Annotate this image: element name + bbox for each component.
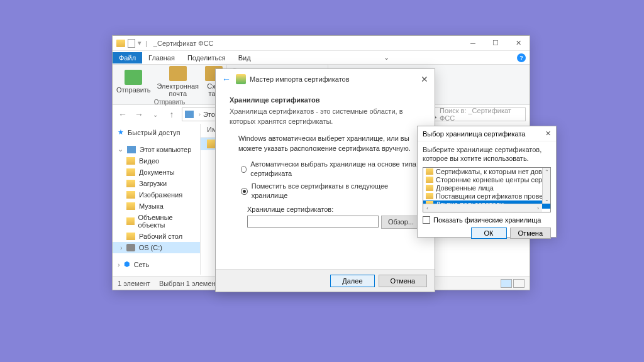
wizard-icon [236, 74, 246, 84]
scroll-up-icon[interactable]: ⌃ [543, 168, 551, 176]
sidebar-videos[interactable]: Видео [113, 155, 200, 167]
star-icon: ★ [118, 128, 124, 136]
view-details-icon[interactable] [501, 279, 512, 288]
status-count: 1 элемент [118, 280, 150, 287]
wizard-body: Хранилище сертификатов Хранилища сертифи… [216, 89, 435, 235]
close-button[interactable]: ✕ [421, 74, 428, 84]
store-field-label: Хранилище сертификатов: [247, 205, 421, 214]
sidebar-desktop[interactable]: Рабочий стол [113, 231, 200, 242]
pc-icon [127, 146, 136, 153]
ribbon-group-label: Отправить [116, 99, 223, 106]
store-tree: Сертификаты, к которым нет доверия Сторо… [423, 167, 551, 212]
store-input[interactable] [247, 216, 379, 228]
folder-icon [126, 180, 135, 187]
tree-item[interactable]: Доверенные лица [423, 184, 550, 192]
back-arrow-icon[interactable]: ← [222, 74, 231, 84]
wizard-title: Мастер импорта сертификатов [250, 75, 350, 83]
folder-icon [126, 191, 135, 199]
network-icon: ⬢ [124, 260, 130, 268]
certificate-icon [207, 140, 216, 148]
ribbon-tabs: Файл Главная Поделиться Вид ⌄ ? [113, 51, 530, 65]
radio-icon [241, 166, 247, 173]
mail-icon [169, 66, 187, 81]
cancel-button[interactable]: Отмена [510, 228, 551, 239]
ok-button[interactable]: ОК [471, 228, 507, 239]
view-icons [501, 279, 525, 288]
nav-back[interactable]: ← [116, 108, 129, 121]
folder-icon [116, 40, 125, 47]
wizard-intro: Windows автоматически выберет хранилище,… [238, 134, 421, 153]
tab-file[interactable]: Файл [113, 52, 142, 63]
search-input[interactable]: 🔍 Поиск в: _Сертификат ФСС [425, 107, 526, 121]
folder-icon [426, 193, 433, 199]
titlebar: ▾ | _Сертификат ФСС ─ ☐ ✕ [113, 36, 530, 51]
next-button[interactable]: Далее [330, 275, 374, 287]
tree-item[interactable]: Сертификаты, к которым нет доверия [423, 168, 550, 176]
sidebar: ★Быстрый доступ ⌄Этот компьютер Видео До… [113, 124, 201, 275]
sidebar-pictures[interactable]: Изображения [113, 189, 200, 200]
wizard-footer: Далее Отмена [216, 269, 435, 292]
tab-view[interactable]: Вид [232, 52, 257, 63]
radio-manual-select[interactable]: Поместить все сертификаты в следующее хр… [241, 182, 421, 201]
browse-button[interactable]: Обзор... [381, 216, 421, 229]
ribbon-send-button[interactable]: Отправить [116, 66, 151, 97]
ribbon-email-button[interactable]: Электронная почта [157, 66, 199, 97]
folder-icon [126, 233, 135, 240]
store-field-row: Обзор... [247, 216, 421, 229]
show-physical-checkbox[interactable]: Показать физические хранилища [423, 216, 551, 224]
sidebar-downloads[interactable]: Загрузки [113, 178, 200, 189]
cancel-button[interactable]: Отмена [379, 275, 427, 287]
wizard-description: Хранилища сертификатов - это системные о… [230, 107, 421, 126]
help-icon[interactable]: ? [517, 53, 526, 62]
wizard-titlebar: ← Мастер импорта сертификатов ✕ [216, 69, 435, 89]
folder-icon [426, 185, 433, 191]
sidebar-os-c[interactable]: ›OS (C:) [113, 242, 200, 253]
selector-description: Выберите хранилище сертификатов, которое… [423, 145, 551, 163]
wizard-heading: Хранилище сертификатов [230, 96, 421, 105]
selector-title: Выбор хранилища сертификата [423, 130, 545, 138]
radio-auto-select[interactable]: Автоматически выбрать хранилище на основ… [241, 160, 421, 179]
nav-recent[interactable]: ⌄ [149, 108, 162, 121]
selector-titlebar: Выбор хранилища сертификата ✕ [418, 126, 556, 141]
tree-item[interactable]: Поставщики сертификатов проверки [423, 192, 550, 200]
folder-icon [426, 168, 433, 175]
selector-buttons: ОК Отмена [423, 228, 551, 239]
scrollbar-vertical[interactable]: ⌃ ⌄ [542, 168, 550, 204]
tree-item[interactable]: Сторонние корневые центры сертиф [423, 176, 550, 184]
folder-icon [126, 217, 135, 225]
view-large-icon[interactable] [513, 279, 525, 288]
tab-share[interactable]: Поделиться [181, 52, 232, 63]
file-icon [128, 39, 135, 48]
scroll-left-icon[interactable]: ‹ [423, 204, 431, 212]
sidebar-this-pc[interactable]: ⌄Этот компьютер [113, 143, 200, 155]
scrollbar-horizontal[interactable]: ‹ › [423, 204, 542, 212]
ribbon-group-send: Отправить Электронная почта Сжа тая Отпр… [113, 65, 227, 104]
pc-icon [185, 111, 194, 118]
selector-body: Выберите хранилище сертификатов, которое… [418, 141, 556, 243]
close-button[interactable]: ✕ [545, 129, 551, 138]
minimize-button[interactable]: ─ [462, 36, 484, 51]
folder-icon [126, 202, 135, 210]
chevron-right-icon: › [199, 111, 201, 118]
scroll-right-icon[interactable]: › [534, 204, 542, 212]
sidebar-network[interactable]: ›⬢Сеть [113, 258, 200, 270]
sidebar-music[interactable]: Музыка [113, 200, 200, 212]
nav-up[interactable]: ↑ [165, 108, 178, 121]
nav-forward[interactable]: → [133, 108, 145, 121]
radio-icon [241, 188, 248, 195]
close-button[interactable]: ✕ [507, 36, 530, 51]
scroll-down-icon[interactable]: ⌄ [543, 195, 551, 204]
folder-icon [126, 168, 135, 176]
sidebar-documents[interactable]: Документы [113, 167, 200, 178]
folder-icon [126, 157, 135, 165]
certificate-import-wizard: ← Мастер импорта сертификатов ✕ Хранилищ… [215, 69, 435, 292]
sidebar-3d-objects[interactable]: Объемные объекты [113, 212, 200, 231]
sidebar-quick-access[interactable]: ★Быстрый доступ [113, 126, 200, 138]
send-icon [125, 70, 142, 85]
tab-home[interactable]: Главная [142, 52, 181, 63]
checkbox-icon [423, 216, 430, 224]
maximize-button[interactable]: ☐ [484, 36, 507, 51]
folder-icon [426, 177, 433, 183]
store-selector-dialog: Выбор хранилища сертификата ✕ Выберите х… [417, 126, 557, 238]
disk-icon [126, 244, 135, 251]
